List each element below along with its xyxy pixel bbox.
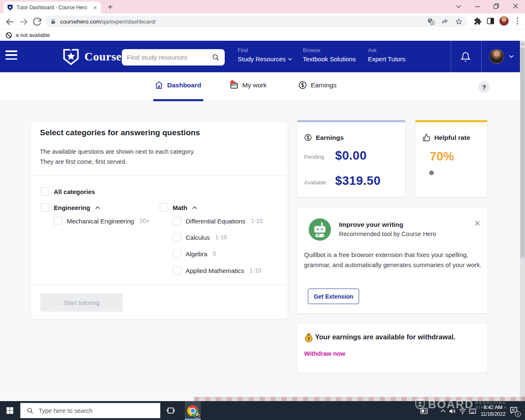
categories-subtitle-2: They are first come, first served. <box>40 158 127 165</box>
thumbs-up-icon <box>423 134 430 142</box>
home-icon <box>155 81 163 89</box>
touch-keyboard-icon[interactable] <box>469 408 476 415</box>
header-search-input[interactable] <box>127 54 212 61</box>
tab-close-icon[interactable] <box>93 5 97 10</box>
taskbar-clock[interactable]: 6:42 AM 11/16/2022 <box>478 404 508 417</box>
new-tab-button[interactable] <box>107 4 113 10</box>
account-chevron-down-icon[interactable] <box>509 55 514 58</box>
checkbox-label: Calculus <box>186 234 210 241</box>
helpful-rate-title: Helpful rate <box>434 134 470 142</box>
side-panel-icon[interactable] <box>487 17 494 25</box>
window-restore-button[interactable] <box>493 3 499 9</box>
withdraw-message: Your earnings are available for withdraw… <box>315 333 455 341</box>
forward-button[interactable] <box>18 17 29 27</box>
browser-tab[interactable]: Tutor Dashboard - Course Hero <box>3 2 101 13</box>
tab-earnings[interactable]: Earnings <box>298 81 336 89</box>
calculus-checkbox[interactable] <box>173 233 181 242</box>
categories-subtitle-1: The available questions are shown next t… <box>40 148 195 155</box>
helpful-rate-value: 70% <box>430 150 454 163</box>
back-button[interactable] <box>5 17 15 27</box>
notifications-bell-icon[interactable] <box>460 51 471 63</box>
nav-study-resources[interactable]: Find Study Resources <box>238 47 292 63</box>
checkbox-row-applied-mathematics[interactable]: Applied Mathematics 1-10 <box>173 266 261 275</box>
search-icon[interactable] <box>212 53 220 61</box>
close-icon[interactable] <box>473 219 481 227</box>
question-count: 1-10 <box>251 218 262 224</box>
tab-my-work[interactable]: My work <box>230 81 267 89</box>
start-button[interactable] <box>6 407 14 415</box>
math-checkbox[interactable] <box>160 203 168 212</box>
tab-search-chevron-icon[interactable] <box>456 5 462 9</box>
checkbox-label: Math <box>173 204 187 211</box>
checkbox-row-all-categories[interactable]: All categories <box>41 187 95 196</box>
mechanical-engineering-checkbox[interactable] <box>54 217 62 225</box>
header-search[interactable] <box>122 49 225 66</box>
quillbot-promo-card: Improve your writing Recommended tool by… <box>297 207 488 314</box>
collapse-caret-icon[interactable] <box>95 206 100 210</box>
withdraw-now-link[interactable]: Withdraw now <box>304 350 345 357</box>
translate-icon[interactable] <box>428 18 435 25</box>
start-tutoring-button[interactable]: Start tutoring <box>40 293 123 312</box>
bookmark-star-icon[interactable] <box>455 18 462 25</box>
clock-date: 11/16/2022 <box>478 411 508 417</box>
wifi-icon[interactable] <box>459 407 467 415</box>
tab-label: Dashboard <box>167 81 201 89</box>
money-bag-icon: $ <box>304 332 313 342</box>
checkbox-row-math[interactable]: Math <box>160 203 197 212</box>
task-view-icon[interactable] <box>166 406 175 415</box>
hamburger-menu-icon[interactable] <box>5 50 17 60</box>
tab-dashboard[interactable]: Dashboard <box>155 81 201 89</box>
nav-textbook-solutions[interactable]: Browse Textbook Solutions <box>303 47 356 63</box>
engineering-checkbox[interactable] <box>41 203 49 212</box>
collapse-caret-icon[interactable] <box>192 206 197 210</box>
browser-profile-avatar[interactable] <box>499 16 509 26</box>
video-artifact-strip <box>194 397 525 401</box>
help-button[interactable]: ? <box>478 81 490 93</box>
chrome-taskbar-button[interactable] <box>185 401 201 420</box>
taskbar-search[interactable] <box>20 403 160 418</box>
promo-body: Quillbot is a free browser extension tha… <box>304 250 482 270</box>
scrollbar-up-arrow[interactable] <box>521 42 524 46</box>
taskbar-search-input[interactable] <box>39 407 160 414</box>
all-categories-checkbox[interactable] <box>41 187 49 196</box>
address-bar[interactable]: coursehero.com/qa/expert/dashboard/ <box>45 16 467 27</box>
tab-label: My work <box>242 81 267 89</box>
volume-icon[interactable] <box>449 407 456 415</box>
question-count: 1-10 <box>249 267 261 274</box>
nav-label: Expert Tutors <box>368 55 405 63</box>
question-count: 20+ <box>139 218 150 224</box>
nav-label: Textbook Solutions <box>303 55 356 63</box>
applied-mathematics-checkbox[interactable] <box>173 266 181 275</box>
window-close-button[interactable] <box>512 3 519 9</box>
news-widgets-icon[interactable] <box>420 407 428 415</box>
checkbox-row-differential-equations[interactable]: Differential Equations 1-10 <box>173 217 262 225</box>
algebra-checkbox[interactable] <box>173 249 181 258</box>
chevron-down-icon <box>288 58 292 61</box>
nav-expert-tutors[interactable]: Ask Expert Tutors <box>368 47 405 63</box>
hidden-icons-chevron[interactable] <box>440 409 446 413</box>
browser-menu-icon[interactable] <box>514 17 521 25</box>
svg-text:$: $ <box>307 336 310 341</box>
checkbox-row-algebra[interactable]: Algebra 0 <box>173 249 216 258</box>
share-icon[interactable] <box>441 18 449 25</box>
user-avatar[interactable] <box>489 49 504 64</box>
get-extension-button[interactable]: Get Extension <box>308 289 359 304</box>
checkbox-row-calculus[interactable]: Calculus 1-10 <box>173 233 227 242</box>
window-minimize-button[interactable] <box>475 6 480 8</box>
extensions-puzzle-icon[interactable] <box>474 17 482 25</box>
action-center-icon[interactable]: 1 <box>509 406 519 415</box>
notice-bar: e not available <box>0 29 525 41</box>
tab-title: Tutor Dashboard - Course Hero <box>16 5 93 10</box>
course-hero-favicon-icon <box>7 4 13 11</box>
reload-button[interactable] <box>32 17 42 27</box>
checkbox-row-mechanical-engineering[interactable]: Mechanical Engineering 20+ <box>54 217 150 225</box>
available-label: Available <box>304 179 326 186</box>
lock-icon <box>50 19 56 24</box>
globe-unavailable-icon <box>5 32 12 39</box>
course-hero-shield-icon <box>61 47 81 66</box>
scrollbar-thumb[interactable] <box>520 48 525 258</box>
checkbox-row-engineering[interactable]: Engineering <box>41 203 100 212</box>
notification-count-badge: 1 <box>515 411 521 417</box>
checkbox-label: Applied Mathematics <box>186 267 244 274</box>
differential-equations-checkbox[interactable] <box>173 217 181 225</box>
